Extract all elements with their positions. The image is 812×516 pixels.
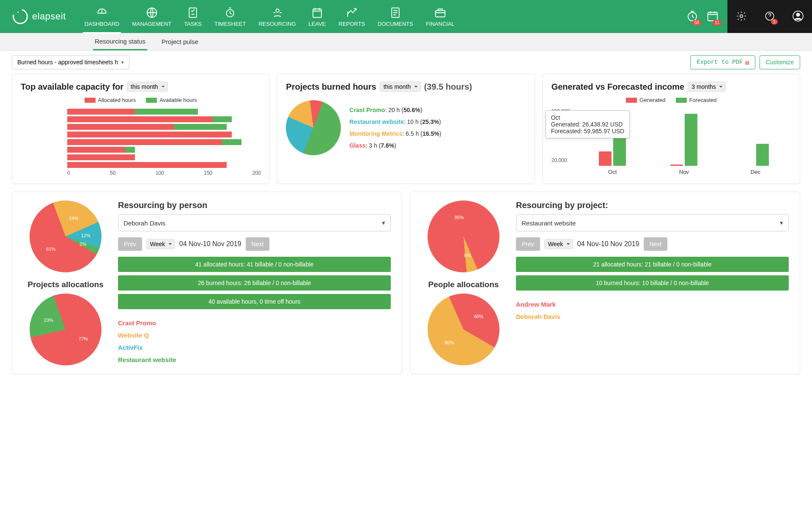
project-select[interactable]: Restaurant website <box>516 214 789 231</box>
export-label: Export to PDF <box>697 59 743 66</box>
project-period-select[interactable]: Week <box>544 239 573 249</box>
income-bar[interactable] <box>670 165 683 166</box>
nav-resourcing[interactable]: RESOURCING <box>257 3 297 30</box>
card-burned-hours: Projects burned hours this month (39.5 h… <box>277 74 535 184</box>
burned-legend-item[interactable]: Monitoring Metrics: 6.5 h (16.5%) <box>349 130 441 137</box>
svg-rect-8 <box>708 12 718 21</box>
stat-bar: 26 burned hours: 26 billable / 0 non-bil… <box>118 275 391 291</box>
legend-link[interactable]: Andrew Mark <box>516 301 789 308</box>
help-badge: 1 <box>771 19 778 25</box>
projects-allocations-heading: Projects allocations <box>23 280 108 289</box>
legend-link[interactable]: Restaurant website <box>118 356 391 363</box>
people-allocations-heading: People allocations <box>421 280 506 289</box>
project-pie-bottom: 60%40% <box>428 294 499 365</box>
nav-reports[interactable]: REPORTS <box>337 3 367 30</box>
export-pdf-button[interactable]: Export to PDF ▤ <box>690 55 755 69</box>
burned-legend-item[interactable]: Restaurant website: 10 h (25.3%) <box>349 118 441 125</box>
burned-legend: Crast Promo: 20 h (50.6%)Restaurant webs… <box>349 107 441 149</box>
brand-logo[interactable]: elapseit <box>13 9 66 24</box>
project-title: Resourcing by project: <box>516 200 789 210</box>
svg-rect-6 <box>436 11 445 17</box>
income-legend: Generated Forecasted <box>551 97 791 103</box>
nav-items: DASHBOARDMANAGEMENTTASKSTIMESHEETRESOURC… <box>83 3 456 30</box>
customize-button[interactable]: Customize <box>760 55 800 69</box>
logo-icon <box>10 6 30 27</box>
timer-icon[interactable]: 50 <box>686 10 699 24</box>
person-date-range: 04 Nov-10 Nov 2019 <box>179 240 241 248</box>
card-resourcing-person: 61%24%12%2% Projects allocations 77%23% … <box>12 192 402 374</box>
project-next-button[interactable]: Next <box>644 237 668 251</box>
project-pie-top: 95%5% <box>428 200 499 272</box>
legend-link[interactable]: Website Q <box>118 332 391 339</box>
avatar-icon[interactable] <box>793 11 804 23</box>
person-pie-bottom: 77%23% <box>30 294 102 365</box>
subtabs: Resourcing statusProject pulse <box>0 33 812 51</box>
income-range-select[interactable]: 3 months <box>688 82 726 92</box>
stat-bar: 41 allocated hours: 41 billable / 0 non-… <box>118 257 391 272</box>
person-prev-button[interactable]: Prev <box>118 237 142 251</box>
income-bar[interactable] <box>685 114 697 166</box>
nav-timesheet[interactable]: TIMESHEET <box>213 3 247 30</box>
legend-link[interactable]: Crast Promo <box>118 319 391 327</box>
toolbar: Burned hours - approved timesheets h Exp… <box>0 51 812 74</box>
svg-point-12 <box>796 13 800 16</box>
income-bar[interactable] <box>599 151 612 166</box>
burned-legend-item[interactable]: Glass: 3 h (7.6%) <box>349 142 441 149</box>
stat-bar: 21 allocated hours: 21 billable / 0 non-… <box>516 257 789 272</box>
person-next-button[interactable]: Next <box>246 237 270 251</box>
card-capacity: Top available capacity for this month Al… <box>12 74 269 184</box>
person-pie-top: 61%24%12%2% <box>30 200 102 272</box>
card-resourcing-project: 95%5% People allocations 60%40% Resourci… <box>410 192 800 374</box>
svg-rect-4 <box>313 9 321 17</box>
capacity-chart: Linda RiveraKevin YoungDaniel LolaMary P… <box>21 108 261 176</box>
income-tooltip: Oct Generated: 26,438.92 USD Forecasted:… <box>546 110 630 138</box>
nav-financial[interactable]: FINANCIAL <box>424 3 456 30</box>
burned-legend-item[interactable]: Crast Promo: 20 h (50.6%) <box>349 107 441 113</box>
person-title: Resourcing by person <box>118 200 391 210</box>
stat-bar: 10 burned hours: 10 billable / 0 non-bil… <box>516 275 789 291</box>
burned-title: Projects burned hours <box>286 82 376 92</box>
subtab-resourcing-status[interactable]: Resourcing status <box>93 33 147 50</box>
project-date-range: 04 Nov-10 Nov 2019 <box>577 240 639 248</box>
nav-management[interactable]: MANAGEMENT <box>130 3 173 30</box>
help-icon[interactable]: 1 <box>764 11 775 23</box>
burned-range-select[interactable]: this month <box>380 82 421 92</box>
nav-tasks[interactable]: TASKS <box>182 3 203 30</box>
capacity-title: Top available capacity for <box>21 82 123 92</box>
subtab-project-pulse[interactable]: Project pulse <box>160 34 200 49</box>
person-period-select[interactable]: Week <box>146 239 175 249</box>
income-bar[interactable] <box>756 144 769 166</box>
calendar-alert-icon[interactable]: 11 <box>706 10 719 24</box>
burned-total: (39.5 hours) <box>424 82 472 92</box>
calendar-badge: 11 <box>713 20 721 25</box>
person-projects-list: Crast PromoWebsite QActivFixRestaurant w… <box>118 319 391 363</box>
customize-label: Customize <box>766 59 794 66</box>
top-nav: elapseit DASHBOARDMANAGEMENTTASKSTIMESHE… <box>0 0 812 33</box>
nav-leave[interactable]: LEAVE <box>307 3 328 30</box>
filter-label: Burned hours - approved timesheets h <box>17 59 118 66</box>
stat-bar: 40 available hours, 0 time off hours <box>118 294 391 309</box>
timer-badge: 50 <box>692 20 701 25</box>
legend-link[interactable]: Deborah Davis <box>516 313 789 320</box>
svg-point-3 <box>276 9 279 12</box>
nav-dashboard[interactable]: DASHBOARD <box>83 3 121 30</box>
brand-name: elapseit <box>32 11 66 22</box>
person-select[interactable]: Deborah Davis <box>118 214 391 231</box>
svg-point-9 <box>740 14 743 17</box>
capacity-range-select[interactable]: this month <box>127 82 168 92</box>
filter-dropdown[interactable]: Burned hours - approved timesheets h <box>12 55 129 69</box>
project-prev-button[interactable]: Prev <box>516 237 540 251</box>
burned-pie <box>286 100 341 155</box>
gear-icon[interactable] <box>736 11 747 23</box>
capacity-legend: Allocated hours Available hours <box>21 97 261 103</box>
svg-rect-1 <box>189 8 197 17</box>
project-people-list: Andrew MarkDeborah Davis <box>516 301 789 320</box>
pdf-icon: ▤ <box>745 59 749 66</box>
income-title: Generated vs Forecasted income <box>551 82 685 92</box>
legend-link[interactable]: ActivFix <box>118 344 391 351</box>
nav-documents[interactable]: DOCUMENTS <box>376 3 415 30</box>
card-income: Generated vs Forecasted income 3 months … <box>543 74 800 184</box>
